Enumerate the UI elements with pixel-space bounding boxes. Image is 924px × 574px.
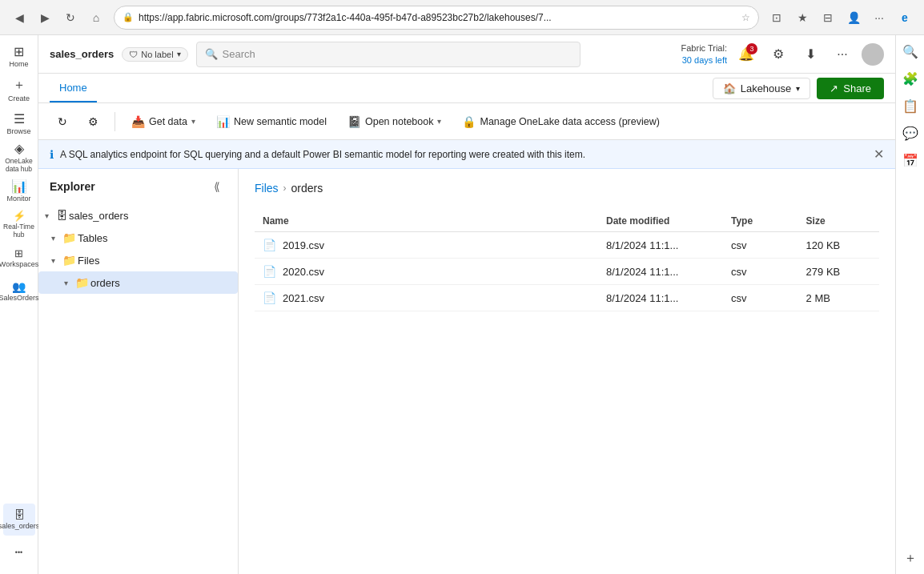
rail-item-create[interactable]: ＋ Create [3,74,35,106]
tree-label-tables: Tables [78,232,108,244]
collections-button[interactable]: ⊟ [817,6,839,29]
explorer-collapse-button[interactable]: ⟪ [207,177,227,196]
favorites-button[interactable]: ★ [791,6,814,29]
lock-icon: 🔒 [123,12,134,22]
top-bar-right: Fabric Trial: 30 days left 🔔 3 ⚙ ⬇ ··· [681,42,884,67]
rail-item-onelake[interactable]: ◈ OneLakedata hub [3,141,35,173]
tree-item-tables[interactable]: ▾ 📁 Tables [38,227,238,249]
get-data-chevron-icon: ▾ [191,117,195,126]
info-close-button[interactable]: ✕ [874,147,884,162]
forward-button[interactable]: ▶ [34,6,56,29]
info-bar: ℹ A SQL analytics endpoint for SQL query… [38,140,895,169]
home-button[interactable]: ⌂ [85,6,107,29]
notification-count: 3 [746,43,757,54]
table-row[interactable]: 📄 2021.csv 8/1/2024 11:1... csv 2 MB [255,285,879,311]
col-header-type: Type [723,211,798,232]
get-data-icon: 📥 [131,115,145,128]
right-panel-add-button[interactable]: ＋ [899,547,922,569]
url-text: https://app.fabric.microsoft.com/groups/… [139,12,737,23]
file-type-cell: csv [723,285,798,311]
right-panel-chat-button[interactable]: 💬 [899,122,922,144]
rail-item-home[interactable]: ⊞ Home [3,40,35,72]
refresh-button[interactable]: ↻ [59,6,82,29]
tree-item-sales-orders[interactable]: ▾ 🗄 sales_orders [38,204,238,227]
right-panel-plugin-button[interactable]: 🧩 [899,67,922,90]
rail-item-sales-orders-active[interactable]: 🗄 sales_orders [3,504,35,536]
more-button[interactable]: ··· [868,6,890,29]
tree-icon-sales-orders: 🗄 [56,209,67,222]
get-data-label: Get data [149,116,187,127]
file-icon: 📄 [263,239,276,251]
lakehouse-button[interactable]: 🏠 Lakehouse ▾ [713,78,811,99]
top-bar: sales_orders 🛡 No label ▾ 🔍 Search Fabri… [38,35,895,74]
trial-line2[interactable]: 30 days left [682,54,727,66]
left-nav-rail: ⊞ Home ＋ Create ☰ Browse ◈ OneLakedata h… [0,35,38,574]
tree-label-orders: orders [90,277,120,289]
rail-item-realtime[interactable]: ⚡ Real-Timehub [3,208,35,240]
shield-icon: 🛡 [129,50,138,59]
download-button[interactable]: ⬇ [797,42,823,67]
file-size-cell: 2 MB [798,285,879,311]
browse-icon: ☰ [14,111,25,126]
open-notebook-button[interactable]: 📓 Open notebook ▾ [339,111,450,132]
tab-home[interactable]: Home [50,74,97,102]
table-row[interactable]: 📄 2020.csv 8/1/2024 11:1... csv 279 KB [255,259,879,285]
profile-button[interactable] [862,43,884,66]
back-button[interactable]: ◀ [8,6,30,29]
open-notebook-label: Open notebook [365,116,434,127]
app-container: ⊞ Home ＋ Create ☰ Browse ◈ OneLakedata h… [0,35,924,574]
extensions-button[interactable]: ⊡ [765,6,788,29]
rail-item-workspaces[interactable]: ⊞ Workspaces [3,242,35,274]
search-bar[interactable]: 🔍 Search [196,42,581,67]
right-panel-clipboard-button[interactable]: 📋 [899,94,922,117]
edge-icon[interactable]: e [894,6,916,29]
file-name-cell: 📄 2019.csv [255,232,598,259]
rail-item-browse[interactable]: ☰ Browse [3,107,35,139]
new-semantic-model-button[interactable]: 📊 New semantic model [208,111,335,132]
table-row[interactable]: 📄 2019.csv 8/1/2024 11:1... csv 120 KB [255,232,879,259]
rail-item-more[interactable]: ••• [3,537,35,569]
user-profile-button[interactable]: 👤 [842,6,865,29]
search-placeholder: Search [223,48,255,60]
workspace-name: sales_orders [50,48,114,60]
get-data-button[interactable]: 📥 Get data ▾ [123,111,203,132]
right-panel-search-button[interactable]: 🔍 [899,40,922,62]
file-name-cell: 📄 2020.csv [255,259,598,285]
ellipsis-button[interactable]: ··· [830,42,855,67]
right-panel-calendar-button[interactable]: 📅 [899,149,922,171]
file-icon: 📄 [263,265,276,278]
file-browser: Files › orders Name Date modified Type S… [239,169,895,574]
address-bar[interactable]: 🔒 https://app.fabric.microsoft.com/group… [114,6,759,30]
file-size-cell: 120 KB [798,232,879,259]
search-icon: 🔍 [205,48,218,60]
rail-label-workspaces: Workspaces [0,261,38,269]
tree-item-orders[interactable]: ▾ 📁 orders [38,271,238,294]
settings-button[interactable]: ⚙ [765,42,791,67]
file-name: 2019.csv [283,239,324,251]
tree-chevron-orders: ▾ [58,275,74,291]
settings-icon: ⚙ [88,115,98,128]
toolbar-settings-button[interactable]: ⚙ [80,111,106,132]
share-button[interactable]: ↗ Share [817,78,884,99]
breadcrumb: Files › orders [255,182,879,195]
tree-item-files[interactable]: ▾ 📁 Files [38,249,238,271]
refresh-button[interactable]: ↻ [50,111,75,132]
manage-onelake-button[interactable]: 🔒 Manage OneLake data access (preview) [454,111,667,132]
breadcrumb-files[interactable]: Files [255,182,279,195]
rail-item-salesorders[interactable]: 👥 SalesOrders [3,275,35,307]
rail-item-monitor[interactable]: 📊 Monitor [3,175,35,207]
col-header-date: Date modified [598,211,723,232]
lakehouse-label: Lakehouse [741,82,792,94]
label-chevron-icon: ▾ [177,50,181,58]
right-panel: 🔍 🧩 📋 💬 📅 ＋ [895,35,924,574]
file-size-cell: 279 KB [798,259,879,285]
notifications-button[interactable]: 🔔 3 [733,42,759,67]
workspaces-icon: ⊞ [14,247,23,259]
file-name: 2020.csv [283,266,324,278]
label-badge[interactable]: 🛡 No label ▾ [122,47,187,62]
tree-folder-icon-files: 📁 [62,254,76,267]
col-header-size: Size [798,211,879,232]
tree-label-files: Files [78,255,99,267]
lakehouse-icon: 🏠 [723,82,736,94]
tree-chevron-sales-orders: ▾ [38,207,54,223]
